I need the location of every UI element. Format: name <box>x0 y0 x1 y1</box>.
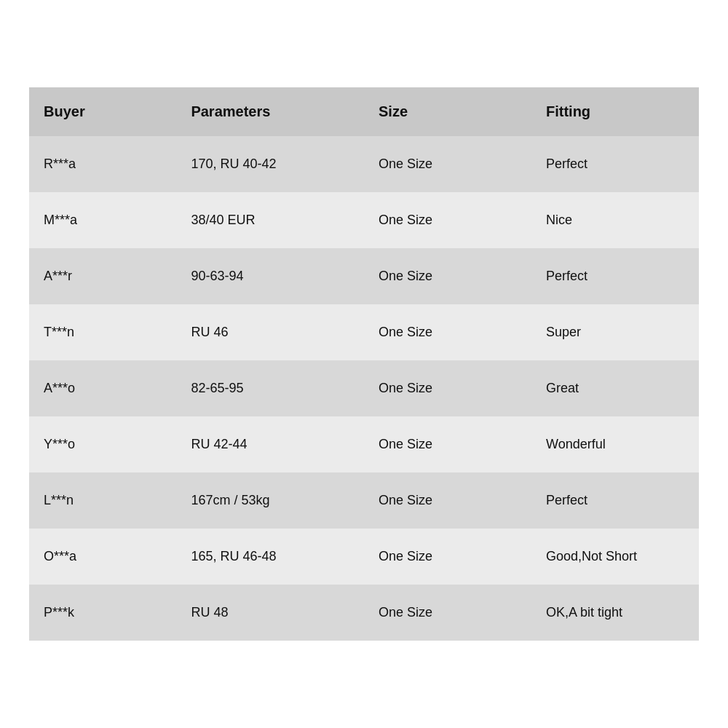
cell-size: One Size <box>364 192 531 248</box>
table-row: O***a165, RU 46-48One SizeGood,Not Short <box>29 529 699 585</box>
table-row: R***a170, RU 40-42One SizePerfect <box>29 136 699 192</box>
header-fitting: Fitting <box>531 87 699 136</box>
cell-size: One Size <box>364 136 531 192</box>
cell-fitting: OK,A bit tight <box>531 585 699 641</box>
cell-buyer: R***a <box>29 136 176 192</box>
cell-buyer: A***o <box>29 360 176 416</box>
cell-fitting: Perfect <box>531 248 699 304</box>
table-row: T***nRU 46One SizeSuper <box>29 304 699 360</box>
header-size: Size <box>364 87 531 136</box>
header-parameters: Parameters <box>176 87 364 136</box>
cell-size: One Size <box>364 529 531 585</box>
cell-parameters: RU 42-44 <box>176 416 364 472</box>
cell-fitting: Wonderful <box>531 416 699 472</box>
cell-buyer: T***n <box>29 304 176 360</box>
cell-buyer: M***a <box>29 192 176 248</box>
cell-parameters: RU 46 <box>176 304 364 360</box>
table-row: P***kRU 48One SizeOK,A bit tight <box>29 585 699 641</box>
cell-buyer: O***a <box>29 529 176 585</box>
cell-parameters: 165, RU 46-48 <box>176 529 364 585</box>
cell-fitting: Super <box>531 304 699 360</box>
cell-size: One Size <box>364 585 531 641</box>
cell-fitting: Great <box>531 360 699 416</box>
cell-parameters: 167cm / 53kg <box>176 472 364 529</box>
cell-fitting: Nice <box>531 192 699 248</box>
cell-fitting: Good,Not Short <box>531 529 699 585</box>
table-header-row: Buyer Parameters Size Fitting <box>29 87 699 136</box>
reviews-table-container: Buyer Parameters Size Fitting R***a170, … <box>29 87 699 641</box>
cell-size: One Size <box>364 416 531 472</box>
table-row: Y***oRU 42-44One SizeWonderful <box>29 416 699 472</box>
cell-parameters: 90-63-94 <box>176 248 364 304</box>
cell-size: One Size <box>364 248 531 304</box>
header-buyer: Buyer <box>29 87 176 136</box>
table-row: M***a38/40 EUROne SizeNice <box>29 192 699 248</box>
table-row: L***n167cm / 53kgOne SizePerfect <box>29 472 699 529</box>
cell-buyer: P***k <box>29 585 176 641</box>
cell-buyer: A***r <box>29 248 176 304</box>
reviews-table: Buyer Parameters Size Fitting R***a170, … <box>29 87 699 641</box>
cell-size: One Size <box>364 304 531 360</box>
cell-size: One Size <box>364 472 531 529</box>
cell-parameters: 170, RU 40-42 <box>176 136 364 192</box>
cell-fitting: Perfect <box>531 136 699 192</box>
table-row: A***r90-63-94One SizePerfect <box>29 248 699 304</box>
cell-parameters: 38/40 EUR <box>176 192 364 248</box>
cell-buyer: Y***o <box>29 416 176 472</box>
cell-buyer: L***n <box>29 472 176 529</box>
cell-parameters: 82-65-95 <box>176 360 364 416</box>
cell-size: One Size <box>364 360 531 416</box>
cell-parameters: RU 48 <box>176 585 364 641</box>
cell-fitting: Perfect <box>531 472 699 529</box>
table-row: A***o82-65-95One SizeGreat <box>29 360 699 416</box>
